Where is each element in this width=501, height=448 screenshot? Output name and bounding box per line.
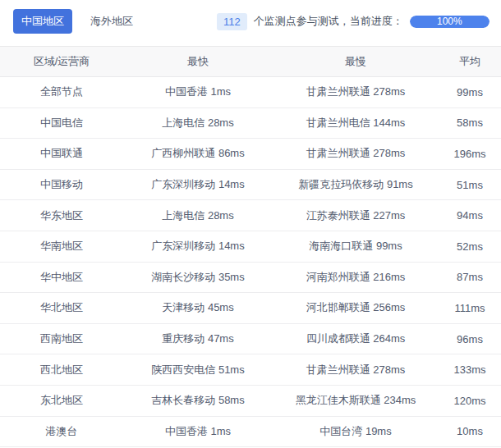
cell-region: 全部节点 [0, 77, 123, 108]
cell-region: 西南地区 [0, 323, 123, 354]
table-row: 华东地区上海电信 28ms江苏泰州联通 227ms94ms [0, 200, 501, 231]
cell-average: 120ms [439, 385, 501, 416]
cell-slowest: 甘肃兰州联通 278ms [273, 77, 439, 108]
ping-results-table: 区域/运营商 最快 最慢 平均 全部节点中国香港 1ms甘肃兰州联通 278ms… [0, 46, 501, 447]
cell-fastest: 广西柳州联通 86ms [123, 139, 273, 170]
cell-average: 196ms [439, 139, 501, 170]
cell-fastest: 中国香港 1ms [123, 416, 273, 447]
table-row: 中国联通广西柳州联通 86ms甘肃兰州联通 278ms196ms [0, 139, 501, 170]
cell-average: 99ms [439, 77, 501, 108]
cell-fastest: 广东深圳移动 14ms [123, 169, 273, 200]
cell-region: 西北地区 [0, 354, 123, 386]
cell-slowest: 甘肃兰州联通 278ms [273, 139, 439, 170]
cell-region: 中国联通 [0, 139, 123, 170]
cell-fastest: 中国香港 1ms [123, 77, 273, 108]
cell-fastest: 上海电信 28ms [123, 200, 273, 231]
cell-slowest: 中国台湾 19ms [273, 416, 439, 447]
cell-region: 华中地区 [0, 262, 123, 293]
cell-slowest: 河南郑州联通 216ms [273, 262, 439, 293]
cell-average: 133ms [439, 354, 501, 386]
table-row: 西南地区重庆移动 47ms四川成都联通 264ms96ms [0, 323, 501, 354]
cell-average: 58ms [439, 107, 501, 139]
cell-region: 华南地区 [0, 231, 123, 262]
cell-average: 96ms [439, 323, 501, 354]
cell-fastest: 吉林长春移动 58ms [123, 385, 273, 416]
table-row: 华中地区湖南长沙移动 35ms河南郑州联通 216ms87ms [0, 262, 501, 293]
table-row: 华南地区广东深圳移动 14ms海南海口联通 99ms52ms [0, 231, 501, 262]
monitor-label: 个监测点参与测试，当前进度： [254, 14, 403, 29]
table-row: 华北地区天津移动 45ms河北邯郸联通 256ms111ms [0, 293, 501, 324]
cell-average: 94ms [439, 200, 501, 231]
cell-slowest: 江苏泰州联通 227ms [273, 200, 439, 231]
cell-slowest: 黑龙江佳木斯联通 234ms [273, 385, 439, 416]
cell-average: 10ms [439, 416, 501, 447]
cell-average: 51ms [439, 169, 501, 200]
table-row: 东北地区吉林长春移动 58ms黑龙江佳木斯联通 234ms120ms [0, 385, 501, 416]
header-fastest: 最快 [123, 47, 273, 77]
header-slowest: 最慢 [273, 47, 439, 77]
results-body: 全部节点中国香港 1ms甘肃兰州联通 278ms99ms中国电信上海电信 28m… [0, 77, 501, 447]
cell-slowest: 甘肃兰州电信 144ms [273, 107, 439, 139]
cell-fastest: 湖南长沙移动 35ms [123, 262, 273, 293]
cell-slowest: 新疆克拉玛依移动 91ms [273, 169, 439, 200]
table-row: 中国电信上海电信 28ms甘肃兰州电信 144ms58ms [0, 107, 501, 139]
cell-region: 东北地区 [0, 385, 123, 416]
cell-fastest: 天津移动 45ms [123, 293, 273, 324]
toolbar: 中国地区 海外地区 112 个监测点参与测试，当前进度： 100% [0, 0, 501, 46]
cell-slowest: 四川成都联通 264ms [273, 323, 439, 354]
cell-average: 111ms [439, 293, 501, 324]
cell-fastest: 陕西西安电信 51ms [123, 354, 273, 386]
cell-average: 52ms [439, 231, 501, 262]
cell-fastest: 重庆移动 47ms [123, 323, 273, 354]
cell-region: 中国移动 [0, 169, 123, 200]
table-row: 港澳台中国香港 1ms中国台湾 19ms10ms [0, 416, 501, 447]
table-header-row: 区域/运营商 最快 最慢 平均 [0, 47, 501, 77]
progress-bar: 100% [410, 16, 490, 28]
cell-slowest: 河北邯郸联通 256ms [273, 293, 439, 324]
cell-slowest: 甘肃兰州联通 278ms [273, 354, 439, 386]
cell-average: 87ms [439, 262, 501, 293]
cell-region: 华北地区 [0, 293, 123, 324]
cell-region: 港澳台 [0, 416, 123, 447]
cell-fastest: 广东深圳移动 14ms [123, 231, 273, 262]
header-average: 平均 [439, 47, 501, 77]
cell-fastest: 上海电信 28ms [123, 107, 273, 139]
header-region: 区域/运营商 [0, 47, 123, 77]
monitor-count-badge: 112 [217, 13, 247, 30]
cell-slowest: 海南海口联通 99ms [273, 231, 439, 262]
progress-percent-label: 100% [437, 16, 462, 28]
tab-china-region[interactable]: 中国地区 [13, 9, 72, 34]
cell-region: 中国电信 [0, 107, 123, 139]
table-row: 全部节点中国香港 1ms甘肃兰州联通 278ms99ms [0, 77, 501, 108]
progress-fill: 100% [410, 16, 490, 28]
tab-overseas-region[interactable]: 海外地区 [82, 9, 141, 34]
table-row: 中国移动广东深圳移动 14ms新疆克拉玛依移动 91ms51ms [0, 169, 501, 200]
cell-region: 华东地区 [0, 200, 123, 231]
table-row: 西北地区陕西西安电信 51ms甘肃兰州联通 278ms133ms [0, 354, 501, 386]
